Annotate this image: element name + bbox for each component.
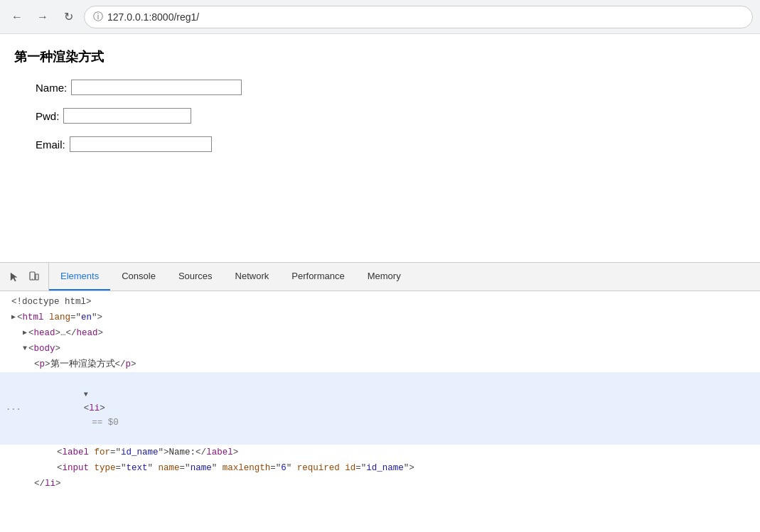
form-list: Name: Pwd: Email: [14, 80, 746, 152]
email-input[interactable] [70, 136, 212, 152]
name-input[interactable] [71, 80, 242, 95]
svg-point-3 [32, 278, 33, 279]
browser-chrome: ← → ↻ ⓘ 127.0.0.1:8000/reg1/ [0, 0, 760, 34]
devtools-tabs: Elements Console Sources Network Perform… [49, 263, 760, 291]
code-p-tag: <p>第一种渲染方式</p> [0, 357, 760, 372]
devtools-toolbar: Elements Console Sources Network Perform… [0, 263, 760, 291]
tab-sources[interactable]: Sources [167, 263, 224, 291]
back-button[interactable]: ← [7, 7, 27, 27]
pwd-input[interactable] [63, 108, 191, 124]
list-item-name: Name: [36, 80, 746, 95]
reload-button[interactable]: ↻ [58, 7, 78, 27]
name-label: Name: [36, 82, 67, 94]
page-content: 第一种渲染方式 Name: Pwd: Email: [0, 34, 760, 262]
device-toggle-button[interactable] [26, 268, 43, 286]
device-icon [28, 271, 40, 283]
code-li-tag: ... ▼ <li> == $0 [0, 372, 760, 445]
page-title: 第一种渲染方式 [14, 48, 746, 65]
dots-indicator: ... [0, 401, 21, 415]
devtools-icon-group [0, 263, 49, 291]
tab-memory[interactable]: Memory [356, 263, 412, 291]
tab-elements[interactable]: Elements [49, 263, 110, 291]
code-input-tag: <input type="text" name="name" maxlength… [0, 460, 760, 476]
code-doctype: <!doctype html> [0, 294, 760, 310]
code-label-tag: <label for="id_name">Name:</label> [0, 445, 760, 460]
pwd-label: Pwd: [36, 110, 59, 122]
info-icon: ⓘ [93, 11, 103, 23]
tab-network[interactable]: Network [224, 263, 281, 291]
code-body-open: ▼ <body> [0, 341, 760, 357]
element-picker-icon [9, 271, 20, 283]
element-picker-button[interactable] [6, 268, 23, 286]
tab-console[interactable]: Console [110, 263, 167, 291]
list-item-email: Email: [36, 136, 746, 152]
url-text: 127.0.0.1:8000/reg1/ [107, 11, 199, 23]
code-li-close: </li> [0, 476, 760, 492]
list-item-pwd: Pwd: [36, 108, 746, 124]
devtools-panel: Elements Console Sources Network Perform… [0, 262, 760, 532]
code-html-open: ▶ <html lang="en"> [0, 310, 760, 325]
devtools-elements-panel: <!doctype html> ▶ <html lang="en"> ▶ <he… [0, 291, 760, 532]
code-head: ▶ <head>…</head> [0, 325, 760, 341]
tab-performance[interactable]: Performance [280, 263, 355, 291]
forward-button[interactable]: → [33, 7, 53, 27]
svg-rect-2 [36, 274, 38, 280]
svg-marker-0 [11, 273, 17, 281]
email-label: Email: [36, 139, 65, 151]
address-bar[interactable]: ⓘ 127.0.0.1:8000/reg1/ [84, 6, 753, 28]
